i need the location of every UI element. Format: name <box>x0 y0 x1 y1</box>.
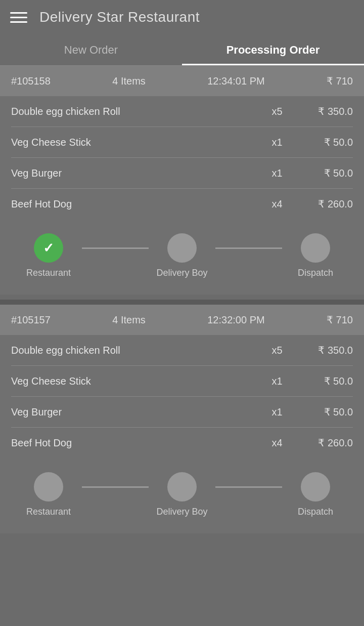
item-price: ₹ 50.0 <box>292 406 353 418</box>
item-name: Veg Cheese Stick <box>11 137 262 148</box>
progress-line <box>215 247 282 249</box>
progress-circle-done: ✓ <box>34 233 63 263</box>
item-qty: x1 <box>262 168 292 179</box>
item-name: Double egg chicken Roll <box>11 345 262 356</box>
item-name: Veg Burger <box>11 168 262 179</box>
item-qty: x5 <box>262 345 292 356</box>
progress-circle <box>301 472 330 502</box>
item-qty: x1 <box>262 375 292 387</box>
item-price: ₹ 260.0 <box>292 437 353 449</box>
progress-step: ✓Restaurant <box>15 233 82 278</box>
item-qty: x1 <box>262 137 292 148</box>
order-id: #105157 <box>11 314 51 326</box>
tab-new-order[interactable]: New Order <box>0 34 182 65</box>
app-title: Delivery Star Restaurant <box>39 9 200 25</box>
item-price: ₹ 50.0 <box>292 167 353 179</box>
progress-label: Dispatch <box>298 507 333 517</box>
order-time: 12:32:00 PM <box>207 314 264 326</box>
progress-circle <box>34 472 63 502</box>
order-id: #105158 <box>11 75 51 87</box>
progress-tracker: ✓RestaurantDelivery BoyDispatch <box>0 219 364 295</box>
item-name: Veg Burger <box>11 406 262 418</box>
item-name: Beef Hot Dog <box>11 437 262 449</box>
table-row: Double egg chicken Roll x5 ₹ 350.0 <box>11 96 353 127</box>
progress-step: Dispatch <box>282 472 349 517</box>
items-list: Double egg chicken Roll x5 ₹ 350.0 Veg C… <box>0 335 364 458</box>
order-items-count: 4 Items <box>112 75 146 87</box>
progress-circle <box>167 472 197 502</box>
item-name: Veg Cheese Stick <box>11 375 262 387</box>
progress-step: Restaurant <box>15 472 82 517</box>
progress-label: Dispatch <box>298 268 333 278</box>
item-qty: x4 <box>262 437 292 449</box>
item-price: ₹ 350.0 <box>292 105 353 117</box>
menu-icon[interactable] <box>10 12 27 23</box>
order-price: ₹ 710 <box>327 75 353 87</box>
order-card: #105157 4 Items 12:32:00 PM ₹ 710 Double… <box>0 305 364 533</box>
tabs: New Order Processing Order <box>0 34 364 66</box>
progress-step: Dispatch <box>282 233 349 278</box>
progress-label: Restaurant <box>26 507 71 517</box>
progress-circle <box>167 233 197 263</box>
progress-line <box>82 247 149 249</box>
table-row: Beef Hot Dog x4 ₹ 260.0 <box>11 428 353 458</box>
progress-label: Delivery Boy <box>156 507 207 517</box>
tab-processing-order[interactable]: Processing Order <box>182 34 364 65</box>
order-header: #105158 4 Items 12:34:01 PM ₹ 710 <box>0 66 364 96</box>
order-time: 12:34:01 PM <box>207 75 264 87</box>
progress-label: Delivery Boy <box>156 268 207 278</box>
checkmark-icon: ✓ <box>43 240 54 256</box>
table-row: Veg Cheese Stick x1 ₹ 50.0 <box>11 366 353 397</box>
table-row: Veg Burger x1 ₹ 50.0 <box>11 158 353 189</box>
table-row: Veg Cheese Stick x1 ₹ 50.0 <box>11 127 353 158</box>
item-price: ₹ 350.0 <box>292 344 353 356</box>
item-name: Double egg chicken Roll <box>11 106 262 117</box>
table-row: Veg Burger x1 ₹ 50.0 <box>11 397 353 428</box>
header: Delivery Star Restaurant <box>0 0 364 34</box>
progress-label: Restaurant <box>26 268 71 278</box>
card-divider <box>0 300 364 305</box>
progress-line <box>82 486 149 488</box>
item-price: ₹ 50.0 <box>292 136 353 148</box>
progress-line <box>215 486 282 488</box>
item-qty: x1 <box>262 406 292 418</box>
progress-step: Delivery Boy <box>149 233 215 278</box>
order-price: ₹ 710 <box>327 314 353 326</box>
item-price: ₹ 260.0 <box>292 198 353 210</box>
item-name: Beef Hot Dog <box>11 198 262 210</box>
table-row: Beef Hot Dog x4 ₹ 260.0 <box>11 189 353 219</box>
progress-step: Delivery Boy <box>149 472 215 517</box>
order-header: #105157 4 Items 12:32:00 PM ₹ 710 <box>0 305 364 335</box>
item-qty: x5 <box>262 106 292 117</box>
order-card: #105158 4 Items 12:34:01 PM ₹ 710 Double… <box>0 66 364 295</box>
item-price: ₹ 50.0 <box>292 375 353 387</box>
item-qty: x4 <box>262 198 292 210</box>
items-list: Double egg chicken Roll x5 ₹ 350.0 Veg C… <box>0 96 364 219</box>
progress-circle <box>301 233 330 263</box>
orders-container: #105158 4 Items 12:34:01 PM ₹ 710 Double… <box>0 66 364 533</box>
progress-tracker: RestaurantDelivery BoyDispatch <box>0 458 364 533</box>
table-row: Double egg chicken Roll x5 ₹ 350.0 <box>11 335 353 366</box>
order-items-count: 4 Items <box>112 314 146 326</box>
